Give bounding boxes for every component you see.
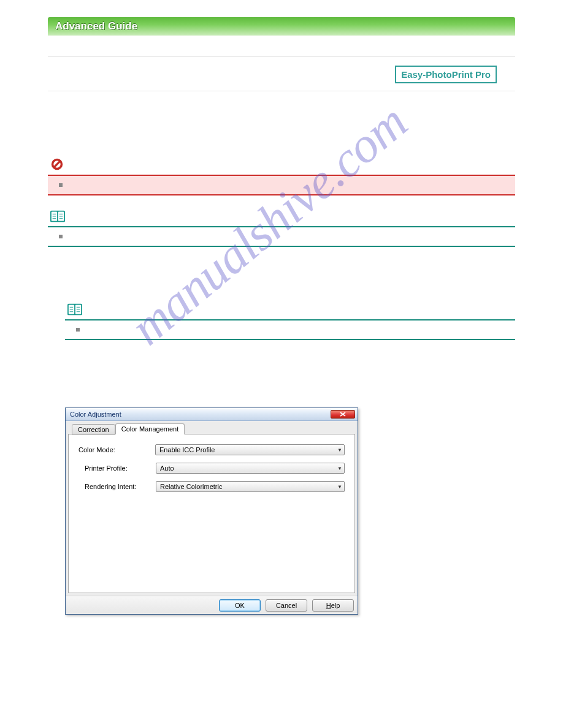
note-separator	[48, 246, 515, 247]
tab-color-management[interactable]: Color Management	[115, 423, 185, 434]
note-block	[65, 320, 515, 339]
ok-button[interactable]: OK	[219, 599, 261, 612]
bullet-icon	[76, 328, 80, 332]
prohibited-icon	[50, 157, 64, 171]
page-title: Advanced Guide	[55, 20, 137, 32]
app-badge: Easy-PhotoPrint Pro	[395, 66, 497, 83]
book-icon	[67, 303, 82, 316]
page-title-bar: Advanced Guide	[48, 17, 515, 36]
note-separator	[65, 339, 515, 340]
color-mode-label: Color Mode:	[79, 446, 155, 453]
important-separator	[48, 194, 515, 195]
color-mode-select[interactable]: Enable ICC Profile ▼	[155, 444, 345, 455]
rendering-intent-select[interactable]: Relative Colorimetric ▼	[156, 481, 345, 492]
divider	[48, 91, 515, 91]
dialog-titlebar: Color Adjustment	[66, 408, 358, 421]
bullet-icon	[59, 183, 63, 187]
printer-profile-select[interactable]: Auto ▼	[156, 463, 345, 474]
note-heading	[65, 303, 515, 316]
printer-profile-value: Auto	[160, 464, 174, 472]
help-button[interactable]: Help	[312, 599, 354, 612]
important-note-block	[48, 176, 515, 194]
chevron-down-icon: ▼	[337, 447, 342, 453]
close-icon	[340, 412, 346, 417]
color-mode-value: Enable ICC Profile	[159, 446, 215, 453]
chevron-down-icon: ▼	[337, 466, 342, 471]
tab-correction[interactable]: Correction	[72, 424, 115, 435]
note-heading	[48, 210, 515, 222]
rendering-intent-label: Rendering Intent:	[85, 483, 156, 490]
dialog-title: Color Adjustment	[70, 411, 121, 418]
tabs: Correction Color Management	[68, 423, 355, 434]
dialog-footer: OK Cancel Help	[66, 596, 358, 614]
cancel-button[interactable]: Cancel	[266, 599, 307, 612]
close-button[interactable]	[331, 410, 355, 419]
bullet-icon	[59, 235, 63, 238]
book-icon	[50, 210, 65, 222]
note-block	[48, 227, 515, 246]
important-heading	[48, 157, 515, 171]
chevron-down-icon: ▼	[337, 484, 342, 490]
color-adjustment-dialog: Color Adjustment Correction Color Manage…	[65, 408, 358, 615]
tab-panel-color-management: Color Mode: Enable ICC Profile ▼ Printer…	[68, 434, 355, 593]
printer-profile-label: Printer Profile:	[85, 464, 156, 472]
rendering-intent-value: Relative Colorimetric	[160, 483, 222, 490]
